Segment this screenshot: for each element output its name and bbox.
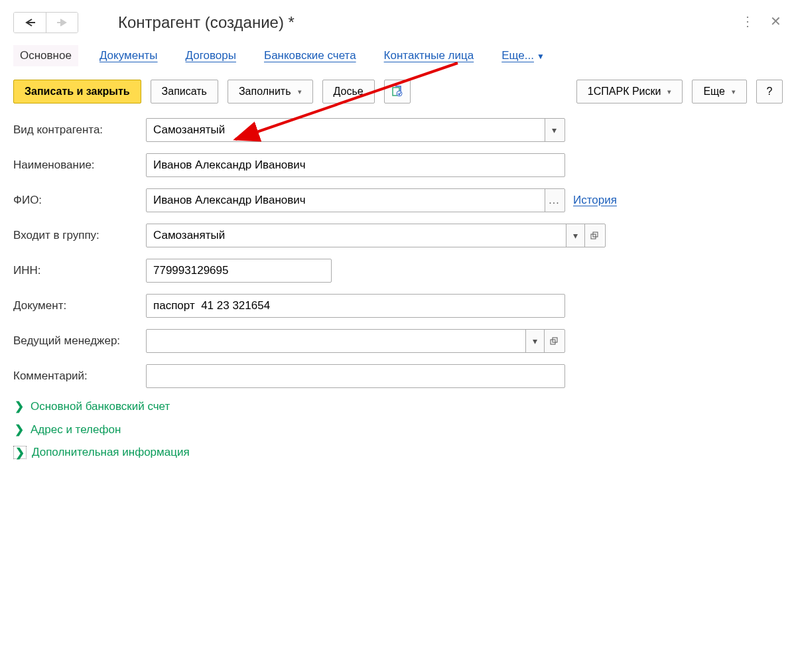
- open-icon: [550, 337, 558, 345]
- group-input[interactable]: [147, 224, 566, 247]
- save-close-button[interactable]: Записать и закрыть: [13, 80, 141, 103]
- section-bank[interactable]: ❯ Основной банковский счет: [13, 399, 783, 413]
- attach-button[interactable]: [384, 80, 411, 103]
- back-button[interactable]: [14, 13, 46, 33]
- help-button[interactable]: ?: [756, 80, 783, 103]
- tabs-bar: Основное Документы Договоры Банковские с…: [13, 45, 783, 66]
- attach-icon: [391, 86, 403, 98]
- close-icon[interactable]: ✕: [770, 13, 781, 29]
- label-type: Вид контрагента:: [13, 123, 146, 137]
- tab-main[interactable]: Основное: [13, 45, 78, 66]
- name-input[interactable]: [147, 154, 562, 176]
- doc-input[interactable]: [147, 295, 562, 317]
- window-controls: ⋮ ✕: [741, 13, 781, 29]
- spark-button-label: 1СПАРК Риски: [588, 86, 661, 98]
- menu-dots-icon[interactable]: ⋮: [741, 13, 754, 29]
- spark-button[interactable]: 1СПАРК Риски▾: [576, 80, 683, 103]
- section-extra[interactable]: ❯ Дополнительная информация: [13, 446, 783, 459]
- fio-input[interactable]: [147, 189, 545, 212]
- section-extra-label: Дополнительная информация: [32, 446, 190, 459]
- section-address[interactable]: ❯ Адрес и телефон: [13, 423, 783, 437]
- tab-contacts[interactable]: Контактные лица: [377, 45, 481, 66]
- fill-button-label: Заполнить: [239, 86, 291, 98]
- chevron-right-icon: ❯: [13, 446, 27, 459]
- label-name: Наименование:: [13, 159, 146, 172]
- dossier-button[interactable]: Досье: [322, 80, 375, 103]
- section-address-label: Адрес и телефон: [31, 423, 121, 437]
- manager-dropdown-button[interactable]: ▾: [525, 330, 544, 352]
- form: Вид контрагента: ▾ Наименование: ФИО: ..…: [13, 118, 783, 459]
- save-button[interactable]: Записать: [151, 80, 218, 103]
- comment-input[interactable]: [147, 365, 562, 387]
- caret-down-icon: ▾: [667, 88, 671, 96]
- section-bank-label: Основной банковский счет: [31, 400, 170, 413]
- nav-buttons: [13, 12, 78, 33]
- page-title: Контрагент (создание) *: [118, 13, 295, 32]
- toolbar: Записать и закрыть Записать Заполнить▾ Д…: [13, 80, 783, 103]
- tab-documents[interactable]: Документы: [93, 45, 165, 66]
- type-input[interactable]: [147, 119, 545, 141]
- history-link[interactable]: История: [573, 194, 617, 207]
- fio-ellipsis-button[interactable]: ...: [545, 189, 563, 212]
- label-group: Входит в группу:: [13, 229, 146, 242]
- tab-more[interactable]: Еще...▼: [495, 45, 551, 66]
- caret-down-icon: ▼: [537, 52, 545, 61]
- tab-more-label: Еще...: [501, 49, 534, 62]
- inn-input[interactable]: [147, 259, 328, 282]
- caret-down-icon: ▾: [732, 88, 736, 96]
- group-open-button[interactable]: [584, 224, 603, 247]
- label-doc: Документ:: [13, 299, 146, 312]
- open-icon: [590, 232, 598, 239]
- manager-open-button[interactable]: [544, 330, 563, 352]
- topbar: Контрагент (создание) * ⋮ ✕: [13, 12, 783, 33]
- type-dropdown-button[interactable]: ▾: [545, 119, 563, 141]
- label-manager: Ведущий менеджер:: [13, 334, 146, 348]
- label-fio: ФИО:: [13, 194, 146, 207]
- tab-bank-accounts[interactable]: Банковские счета: [257, 45, 363, 66]
- manager-input[interactable]: [147, 330, 525, 352]
- more-button[interactable]: Еще▾: [692, 80, 747, 103]
- caret-down-icon: ▾: [298, 88, 302, 96]
- fill-button[interactable]: Заполнить▾: [228, 80, 313, 103]
- chevron-right-icon: ❯: [13, 423, 25, 437]
- label-comment: Комментарий:: [13, 370, 146, 383]
- label-inn: ИНН:: [13, 264, 146, 277]
- tab-contracts[interactable]: Договоры: [179, 45, 243, 66]
- forward-button[interactable]: [46, 13, 78, 33]
- more-button-label: Еще: [703, 86, 725, 98]
- chevron-right-icon: ❯: [13, 399, 25, 413]
- group-dropdown-button[interactable]: ▾: [566, 224, 584, 247]
